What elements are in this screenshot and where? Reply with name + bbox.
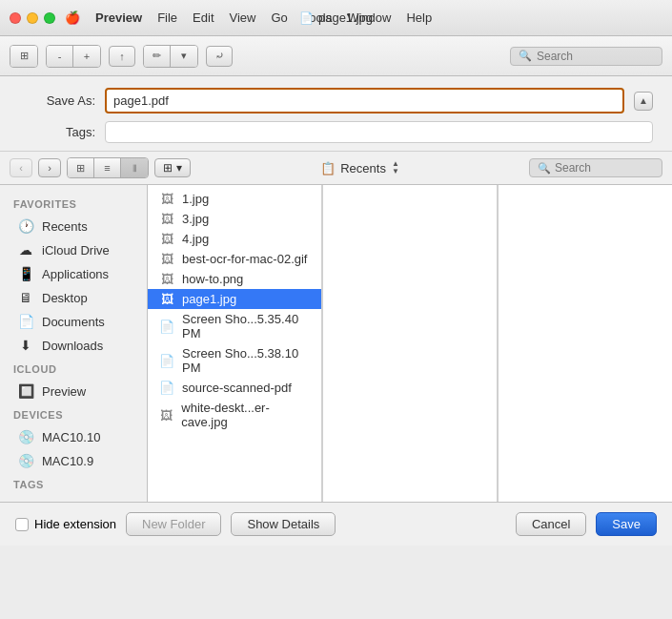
window-title: 📄 page1.jpg xyxy=(299,10,373,25)
list-item[interactable]: 📄Screen Sho...5.38.10 PM xyxy=(148,343,321,378)
annotation-group: ✏ ▾ xyxy=(143,45,198,68)
pencil-btn[interactable]: ✏ xyxy=(144,46,171,67)
share-btn[interactable]: ↑ xyxy=(109,46,135,67)
browser-search-input[interactable] xyxy=(555,161,654,175)
mac10-9-icon: 💿 xyxy=(17,453,34,468)
sidebar-item-applications[interactable]: 📱 Applications xyxy=(4,262,143,285)
toolbar-search-icon: 🔍 xyxy=(519,50,532,62)
sidebar-item-preview[interactable]: 🔲 Preview xyxy=(4,380,143,402)
file-type-icon: 📄 xyxy=(159,320,174,334)
app-menu[interactable]: Preview xyxy=(95,10,142,25)
list-view-btn[interactable]: ≡ xyxy=(94,158,121,177)
zoom-out-btn[interactable]: - xyxy=(47,46,73,67)
sidebar-toggle-group: ⊞ xyxy=(10,45,38,68)
favorites-header: Favorites xyxy=(0,193,147,214)
new-folder-button[interactable]: New Folder xyxy=(126,512,221,536)
save-as-input-wrapper xyxy=(105,88,624,113)
list-item[interactable]: 🖼1.jpg xyxy=(148,189,321,209)
doc-icon: 📄 xyxy=(299,11,314,25)
back-btn[interactable]: ‹ xyxy=(10,158,32,177)
file-list-panel: 🖼1.jpg🖼3.jpg🖼4.jpg🖼best-ocr-for-mac-02.g… xyxy=(148,185,321,502)
devices-header: Devices xyxy=(0,403,147,424)
list-item[interactable]: 🖼best-ocr-for-mac-02.gif xyxy=(148,249,321,269)
expand-btn[interactable]: ▲ xyxy=(634,92,653,111)
column-view-btn[interactable]: ⫴ xyxy=(121,158,148,177)
file-type-icon: 🖼 xyxy=(159,408,173,423)
recents-icon: 📋 xyxy=(320,161,336,175)
tags-row: Tags: xyxy=(19,121,653,143)
show-details-button[interactable]: Show Details xyxy=(231,512,336,536)
sidebar-item-mac10-10[interactable]: 💿 MAC10.10 xyxy=(4,425,143,448)
file-type-icon: 🖼 xyxy=(159,232,174,246)
list-item[interactable]: 🖼page1.jpg xyxy=(148,289,321,309)
save-as-input[interactable] xyxy=(108,91,621,111)
annotate-arrow[interactable]: ▾ xyxy=(171,46,197,67)
applications-icon: 📱 xyxy=(17,266,34,281)
help-menu[interactable]: Help xyxy=(406,10,432,25)
sidebar-item-icloud-drive[interactable]: ☁ iCloud Drive xyxy=(4,238,143,261)
sidebar-item-label: Applications xyxy=(42,267,109,281)
title-bar: 🍎 Preview File Edit View Go Tools Window… xyxy=(0,0,672,36)
file-type-icon: 🖼 xyxy=(159,292,174,306)
dialog-header: Save As: ▲ Tags: xyxy=(0,76,672,152)
location-arrows: ▲ ▼ xyxy=(392,160,399,175)
sidebar-item-desktop[interactable]: 🖥 Desktop xyxy=(4,286,143,309)
sidebar-item-mac10-9[interactable]: 💿 MAC10.9 xyxy=(4,449,143,472)
view-menu[interactable]: View xyxy=(230,10,256,25)
sidebar-item-label: Downloads xyxy=(42,339,103,353)
file-type-icon: 📄 xyxy=(159,354,174,368)
main-content: Favorites 🕐 Recents ☁ iCloud Drive 📱 App… xyxy=(0,185,672,502)
list-item[interactable]: 🖼3.jpg xyxy=(148,209,321,229)
sidebar-item-label: MAC10.9 xyxy=(42,454,93,468)
file-name: source-scanned-pdf xyxy=(182,381,292,395)
file-name: 1.jpg xyxy=(182,192,209,206)
list-item[interactable]: 📄source-scanned-pdf xyxy=(148,378,321,398)
list-item[interactable]: 🖼how-to.png xyxy=(148,269,321,289)
zoom-in-btn[interactable]: + xyxy=(73,46,100,67)
file-type-icon: 📄 xyxy=(159,381,174,395)
tags-label: Tags: xyxy=(19,125,95,139)
icloud-header: iCloud xyxy=(0,358,147,379)
arrange-btn[interactable]: ⊞ ▾ xyxy=(154,158,191,177)
browser-search: 🔍 xyxy=(529,158,662,177)
list-item[interactable]: 🖼white-deskt...er-cave.jpg xyxy=(148,398,321,432)
toolbar-search-input[interactable] xyxy=(537,50,654,63)
forward-btn[interactable]: › xyxy=(38,158,61,177)
apple-menu[interactable]: 🍎 xyxy=(65,10,80,25)
minimize-button[interactable] xyxy=(27,12,38,24)
file-type-icon: 🖼 xyxy=(159,272,174,286)
hide-extension-label: Hide extension xyxy=(34,517,116,531)
file-name: page1.jpg xyxy=(182,292,236,306)
file-name: best-ocr-for-mac-02.gif xyxy=(182,252,307,266)
file-menu[interactable]: File xyxy=(157,10,177,25)
sidebar-item-recents[interactable]: 🕐 Recents xyxy=(4,215,143,237)
rotate-btn[interactable]: ⤾ xyxy=(206,46,233,67)
go-menu[interactable]: Go xyxy=(271,10,287,25)
close-button[interactable] xyxy=(10,12,21,24)
icon-view-btn[interactable]: ⊞ xyxy=(68,158,94,177)
hide-extension-checkbox[interactable] xyxy=(15,518,29,531)
edit-menu[interactable]: Edit xyxy=(193,10,214,25)
empty-panel-2 xyxy=(323,185,497,502)
recents-icon: 🕐 xyxy=(17,218,34,234)
sidebar-item-downloads[interactable]: ⬇ Downloads xyxy=(4,334,143,357)
cancel-button[interactable]: Cancel xyxy=(516,512,586,536)
save-as-label: Save As: xyxy=(19,93,95,108)
mac10-10-icon: 💿 xyxy=(17,429,34,444)
file-name: white-deskt...er-cave.jpg xyxy=(181,401,310,429)
icloud-icon: ☁ xyxy=(17,242,34,258)
sidebar-item-documents[interactable]: 📄 Documents xyxy=(4,310,143,333)
location-dropdown[interactable]: 📋 Recents ▲ ▼ xyxy=(196,160,523,175)
app-toolbar: ⊞ - + ↑ ✏ ▾ ⤾ 🔍 xyxy=(0,36,672,76)
file-type-icon: 🖼 xyxy=(159,192,174,206)
list-item[interactable]: 🖼4.jpg xyxy=(148,229,321,249)
location-label: 📋 Recents xyxy=(320,161,386,175)
maximize-button[interactable] xyxy=(44,12,55,24)
tags-input[interactable] xyxy=(105,121,653,143)
hide-extension-check[interactable]: Hide extension xyxy=(15,517,116,531)
sidebar: Favorites 🕐 Recents ☁ iCloud Drive 📱 App… xyxy=(0,185,148,502)
save-button[interactable]: Save xyxy=(596,512,657,536)
list-item[interactable]: 📄Screen Sho...5.35.40 PM xyxy=(148,309,321,343)
sidebar-toggle-btn[interactable]: ⊞ xyxy=(10,46,37,67)
file-type-icon: 🖼 xyxy=(159,212,174,226)
